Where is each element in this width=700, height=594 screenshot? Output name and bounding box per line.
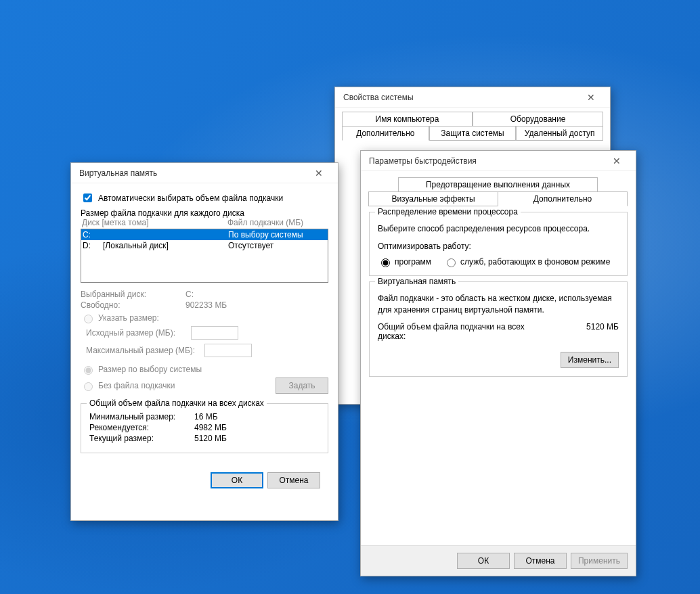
group-legend: Виртуальная память xyxy=(375,277,458,286)
ok-button[interactable]: ОК xyxy=(457,553,510,569)
system-tabs: Имя компьютера Оборудование Дополнительн… xyxy=(342,112,603,140)
titlebar[interactable]: Свойства системы ✕ xyxy=(335,87,610,108)
vm-total-label: Общий объем файла подкачки на всех диска… xyxy=(378,322,527,341)
col-drive: Диск [метка тома] xyxy=(82,218,227,227)
vm-desc: Файл подкачки - это область на жестком д… xyxy=(378,293,619,316)
selected-drive-label: Выбранный диск: xyxy=(81,290,185,299)
list-item[interactable]: C: По выбору системы xyxy=(81,229,328,240)
system-managed-label: Размер по выбору системы xyxy=(98,365,202,374)
radio-programs-label[interactable]: программ xyxy=(378,256,431,267)
initial-size-label: Исходный размер (МБ): xyxy=(86,328,191,338)
dialog-buttons: ОК Отмена Применить xyxy=(361,545,636,576)
rec-value: 4982 МБ xyxy=(194,423,227,432)
radio-custom-size xyxy=(84,315,93,323)
close-icon[interactable]: ✕ xyxy=(577,92,605,103)
group-legend: Общий объем файла подкачки на всех диска… xyxy=(87,398,267,408)
window-title: Виртуальная память xyxy=(76,168,305,178)
max-size-input xyxy=(204,344,252,357)
custom-size-label: Указать размер: xyxy=(98,313,159,323)
tab-advanced[interactable]: Дополнительно xyxy=(342,126,429,141)
cpu-desc: Выберите способ распределения ресурсов п… xyxy=(378,223,619,235)
tab-hardware[interactable]: Оборудование xyxy=(473,112,603,127)
list-item[interactable]: D: [Локальный диск] Отсутствует xyxy=(81,240,328,251)
tab-remote[interactable]: Удаленный доступ xyxy=(516,126,603,141)
no-paging-label: Без файла подкачки xyxy=(98,381,175,390)
radio-services[interactable] xyxy=(447,258,456,267)
processor-scheduling-group: Распределение времени процессора Выберит… xyxy=(369,212,628,276)
cur-value: 5120 МБ xyxy=(194,434,227,443)
cancel-button[interactable]: Отмена xyxy=(267,472,320,488)
selected-drive-value: C: xyxy=(185,290,194,299)
optimize-label: Оптимизировать работу: xyxy=(378,242,619,251)
totals-group: Общий объем файла подкачки на всех диска… xyxy=(81,403,328,453)
performance-options-window: Параметры быстродействия ✕ Предотвращени… xyxy=(360,150,636,576)
window-title: Параметры быстродействия xyxy=(366,156,603,166)
radio-services-label[interactable]: служб, работающих в фоновом режиме xyxy=(443,256,610,267)
apply-button[interactable]: Применить xyxy=(571,553,628,569)
drive-list[interactable]: C: По выбору системы D: [Локальный диск]… xyxy=(81,229,328,283)
col-file: Файл подкачки (МБ) xyxy=(227,218,303,227)
initial-size-input xyxy=(191,326,238,340)
close-icon[interactable]: ✕ xyxy=(305,168,332,179)
group-legend: Распределение времени процессора xyxy=(375,207,521,216)
vm-total-value: 5120 МБ xyxy=(586,322,619,341)
free-label: Свободно: xyxy=(81,300,185,310)
auto-manage-checkbox[interactable] xyxy=(83,193,92,202)
titlebar[interactable]: Виртуальная память ✕ xyxy=(71,163,338,183)
rec-label: Рекомендуется: xyxy=(89,423,194,432)
virtual-memory-group: Виртуальная память Файл подкачки - это о… xyxy=(369,281,628,378)
tab-computer-name[interactable]: Имя компьютера xyxy=(342,112,473,127)
window-title: Свойства системы xyxy=(341,93,577,102)
tab-advanced[interactable]: Дополнительно xyxy=(498,191,628,206)
titlebar[interactable]: Параметры быстродействия ✕ xyxy=(361,151,636,171)
virtual-memory-window: Виртуальная память ✕ Автоматически выбир… xyxy=(70,162,338,521)
cancel-button[interactable]: Отмена xyxy=(514,553,567,569)
cur-label: Текущий размер: xyxy=(89,434,194,443)
tab-dep[interactable]: Предотвращение выполнения данных xyxy=(398,177,598,192)
close-icon[interactable]: ✕ xyxy=(603,156,630,166)
auto-manage-checkbox-label[interactable]: Автоматически выбирать объем файла подка… xyxy=(81,191,328,204)
radio-programs[interactable] xyxy=(381,258,390,267)
max-size-label: Максимальный размер (МБ): xyxy=(86,346,204,355)
radio-no-paging xyxy=(84,382,93,391)
tab-protection[interactable]: Защита системы xyxy=(429,126,517,141)
change-button[interactable]: Изменить... xyxy=(561,352,619,368)
ok-button[interactable]: ОК xyxy=(211,472,263,488)
radio-system-managed xyxy=(84,366,93,375)
min-label: Минимальный размер: xyxy=(89,412,194,421)
tab-visual-effects[interactable]: Визуальные эффекты xyxy=(368,191,498,206)
set-button: Задать xyxy=(276,378,328,394)
free-value: 902233 МБ xyxy=(185,300,227,310)
per-drive-label: Размер файла подкачки для каждого диска xyxy=(81,208,328,218)
min-value: 16 МБ xyxy=(194,412,218,421)
